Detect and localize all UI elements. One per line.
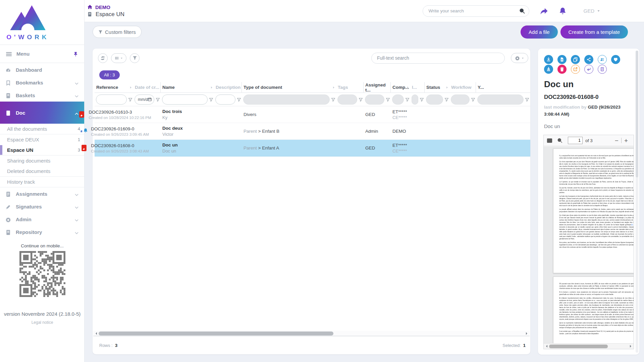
sidebar-item-bookmarks[interactable]: Bookmarks	[0, 76, 84, 89]
funnel-icon[interactable]	[405, 97, 410, 103]
columns-button[interactable]	[111, 53, 126, 63]
pdf-view-area[interactable]: Il y a aujourd'hui trois cent quarante-h…	[544, 146, 634, 349]
sidebar-item-doc[interactable]: Doc	[0, 102, 84, 124]
column-header-tags[interactable]: Tags	[336, 82, 364, 93]
pdf-sidebar-toggle-icon[interactable]	[547, 138, 552, 143]
column-filter-date_of_creation: mm/d	[133, 95, 161, 105]
legal-notice-link[interactable]: Legal notice	[0, 320, 85, 325]
column-header-i[interactable]: I...	[410, 82, 425, 93]
sidebar-subitem-sharing-documents[interactable]: Sharing documents	[0, 156, 84, 166]
global-search-input[interactable]	[423, 5, 529, 17]
panel-vertical-scrollbar[interactable]	[636, 51, 638, 353]
filter-disabled-assigned_to	[365, 95, 384, 105]
filter-input-description[interactable]	[215, 95, 235, 105]
column-filter-description	[214, 95, 242, 105]
pdf-find-icon[interactable]	[557, 138, 562, 143]
sidebar-item-assignments[interactable]: Assignments	[0, 187, 84, 200]
stamp-button[interactable]	[544, 65, 553, 74]
funnel-icon[interactable]	[444, 97, 449, 103]
funnel-icon[interactable]	[471, 97, 475, 103]
breadcrumb-home[interactable]: DEMO	[87, 4, 124, 10]
column-header-description[interactable]: Description	[214, 82, 242, 93]
zoom-in-button[interactable]: +	[622, 137, 631, 144]
filter-input-name[interactable]	[162, 95, 208, 105]
zoom-out-button[interactable]: −	[612, 137, 621, 144]
download-button[interactable]	[544, 55, 553, 64]
funnel-icon[interactable]	[331, 97, 335, 103]
filter-input-reference[interactable]	[96, 95, 127, 105]
sidebar-item-dashboard[interactable]: Dashboard	[0, 63, 84, 76]
bookmark-icon	[5, 79, 11, 85]
account-menu[interactable]: GED	[583, 8, 600, 14]
all-count-chip[interactable]: All : 3	[99, 70, 120, 79]
search-icon[interactable]	[519, 8, 525, 14]
scroll-left-arrow-icon[interactable]	[94, 332, 97, 335]
copy-button[interactable]	[571, 55, 580, 64]
doc-page-button[interactable]	[598, 65, 607, 74]
table-footer: Rows : 3 Selected: 1	[93, 336, 530, 354]
menu-toggle[interactable]: Menu	[0, 45, 84, 63]
column-header-company[interactable]: Comp...	[391, 82, 410, 93]
funnel-icon[interactable]	[156, 97, 160, 103]
table-row[interactable]: w DOC230926-01609-0 Created on 9/26/2023…	[95, 123, 530, 140]
cell-status	[425, 123, 449, 139]
column-header-reference[interactable]: Reference	[95, 82, 133, 93]
table-horizontal-scrollbar[interactable]	[93, 331, 530, 336]
funnel-icon[interactable]	[420, 97, 424, 103]
create-from-template-button[interactable]: Create from a template	[560, 25, 628, 39]
external-link-button[interactable]	[571, 65, 580, 74]
sidebar-item-admin[interactable]: Admin	[0, 213, 84, 226]
column-header-y[interactable]: Y...	[476, 82, 530, 93]
cell-i	[410, 140, 425, 156]
table-settings-button[interactable]	[511, 53, 528, 63]
notifications-bell-icon[interactable]	[559, 7, 567, 15]
custom-filters-button[interactable]: Custom filters	[93, 26, 142, 38]
funnel-icon[interactable]	[237, 97, 241, 103]
table-row[interactable]: DOC230926-01610-3 Created on 10/28/2024 …	[95, 106, 530, 123]
column-header-date_of_creation[interactable]: Date of cr...	[133, 82, 161, 93]
scrollbar-thumb[interactable]	[99, 331, 333, 336]
funnel-icon[interactable]	[128, 97, 132, 103]
return-button[interactable]	[584, 65, 593, 74]
scroll-right-arrow-icon[interactable]	[526, 332, 529, 335]
refresh-button[interactable]	[98, 53, 108, 63]
breadcrumb-current[interactable]: Espace UN	[87, 11, 124, 18]
funnel-icon[interactable]	[209, 97, 213, 103]
column-header-type_of_document[interactable]: Type of document	[242, 82, 336, 93]
file-upload-button[interactable]	[557, 55, 567, 64]
sidebar-subitem-deleted-documents[interactable]: Deleted documents	[0, 166, 84, 176]
sidebar-subitem-history-track[interactable]: History track	[0, 177, 84, 187]
pdf-horizontal-scrollbar[interactable]	[544, 343, 634, 349]
column-header-status[interactable]: Status	[425, 82, 449, 93]
cell-type: Divers	[242, 106, 336, 123]
sidebar-subitem-espace-deux[interactable]: Espace DEUX1	[0, 134, 84, 145]
filter-date-date_of_creation[interactable]: mm/d	[135, 95, 154, 105]
sidebar-subitem-all-the-documents[interactable]: All the documents4	[0, 124, 84, 134]
funnel-icon[interactable]	[359, 97, 363, 103]
sidebar-item-baskets[interactable]: Baskets	[0, 89, 84, 102]
pdf-scroll-right-icon[interactable]	[630, 345, 633, 348]
sidebar-item-signatures[interactable]: Signatures	[0, 200, 84, 213]
column-header-assigned_to[interactable]: Assigned t...	[364, 82, 391, 93]
sidebar-subitem-espace-un[interactable]: Espace UN3	[0, 145, 84, 155]
heart-button[interactable]	[611, 55, 620, 64]
users-button[interactable]	[598, 55, 607, 64]
trash-button[interactable]	[557, 65, 567, 74]
last-modification-prefix: last modification by	[544, 105, 587, 110]
column-header-name[interactable]: Name	[161, 82, 214, 93]
share-nodes-button[interactable]	[584, 55, 593, 64]
pin-icon[interactable]	[73, 51, 78, 57]
funnel-icon[interactable]	[525, 97, 529, 103]
sidebar-item-label: Admin	[16, 217, 32, 222]
funnel-icon[interactable]	[386, 97, 390, 103]
column-header-workflow[interactable]: Workflow	[449, 82, 476, 93]
sidebar-item-repository[interactable]: Repository	[0, 226, 84, 238]
add-file-button[interactable]: Add a file	[521, 25, 558, 39]
pdf-scrollbar-thumb[interactable]	[549, 345, 608, 348]
pdf-scroll-left-icon[interactable]	[545, 345, 547, 348]
pdf-page-input[interactable]	[568, 137, 583, 144]
fulltext-search-input[interactable]	[371, 53, 505, 64]
filter-button[interactable]	[130, 53, 140, 63]
table-row[interactable]: DOC230926-01608-0 Created on 9/26/2023 3…	[95, 140, 530, 157]
share-shortcut-icon[interactable]	[540, 7, 548, 15]
